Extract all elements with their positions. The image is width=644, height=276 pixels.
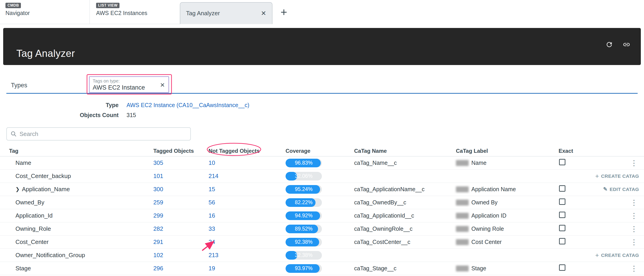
tagged-objects-cell: 291 xyxy=(153,238,208,245)
row-menu-icon[interactable]: ⋮ xyxy=(629,198,639,207)
not-tagged-objects-cell: 15 xyxy=(208,186,286,193)
tag-name: Owning_Role xyxy=(16,225,51,232)
coverage-cell: 93.97% xyxy=(286,264,354,273)
coverage-cell: 94.92% xyxy=(286,211,354,220)
tagged-objects-link[interactable]: 282 xyxy=(153,225,163,232)
close-icon[interactable]: ✕ xyxy=(160,82,165,89)
objects-count-label: Objects Count xyxy=(46,112,118,118)
tab-label: Navigator xyxy=(6,10,90,16)
tab-cmdb-navigator[interactable]: CMDB Navigator xyxy=(0,0,90,24)
tagged-objects-link[interactable]: 291 xyxy=(153,238,163,245)
edit-catag-button[interactable]: ✎ EDIT CATAG xyxy=(603,186,639,192)
exact-checkbox[interactable] xyxy=(559,212,566,218)
refresh-icon xyxy=(606,41,613,49)
exact-cell xyxy=(558,212,593,220)
tag-name: Owner_Notification_Group xyxy=(16,252,85,259)
tagged-objects-link[interactable]: 296 xyxy=(153,265,163,272)
column-header-exact: Exact xyxy=(558,148,593,154)
not-tagged-objects-link[interactable]: 24 xyxy=(208,238,215,245)
column-header-catag-name: CaTag Name xyxy=(354,148,456,154)
link-button[interactable] xyxy=(620,38,633,51)
tab-aws-ec2-instances[interactable]: LIST VIEW AWS EC2 Instances xyxy=(90,0,180,24)
close-icon[interactable]: ✕ xyxy=(261,10,266,17)
tagged-objects-link[interactable]: 102 xyxy=(153,252,163,258)
exact-checkbox[interactable] xyxy=(559,225,566,231)
type-value-link[interactable]: AWS EC2 Instance (CA10__CaAwsInstance__c… xyxy=(126,102,250,108)
active-tab-underline xyxy=(6,93,638,94)
row-menu-icon[interactable]: ⋮ xyxy=(629,238,639,246)
coverage-cell: 96.83% xyxy=(286,159,354,167)
link-icon xyxy=(623,41,630,49)
table-row: Owned_By 259 56 82.22% caTag_OwnedBy__c … xyxy=(0,196,644,209)
row-menu-icon[interactable]: ⋮ xyxy=(629,211,639,220)
coverage-bar: 92.38% xyxy=(286,238,322,246)
tag-name: Cost_Center_backup xyxy=(16,173,71,180)
redacted-text-block xyxy=(456,160,469,166)
row-actions-cell: + CREATE CATAG xyxy=(593,252,639,259)
expand-chevron-icon[interactable]: ❯ xyxy=(16,186,20,192)
not-tagged-objects-link[interactable]: 213 xyxy=(208,252,218,258)
catag-label-cell: Application Name xyxy=(456,186,558,193)
create-catag-label: CREATE CATAG xyxy=(601,252,639,258)
tagged-objects-link[interactable]: 300 xyxy=(153,186,163,193)
not-tagged-objects-link[interactable]: 19 xyxy=(208,265,215,272)
row-menu-icon[interactable]: ⋮ xyxy=(629,159,639,167)
coverage-bar: 82.22% xyxy=(286,198,322,207)
tab-label: Tag Analyzer xyxy=(186,10,220,17)
tagged-objects-link[interactable]: 259 xyxy=(153,199,163,206)
not-tagged-objects-link[interactable]: 214 xyxy=(208,173,218,179)
tagged-objects-link[interactable]: 101 xyxy=(153,173,163,179)
row-menu-icon[interactable]: ⋮ xyxy=(629,225,639,233)
exact-checkbox[interactable] xyxy=(559,198,566,205)
create-catag-label: CREATE CATAG xyxy=(601,173,639,179)
tag-name: Owned_By xyxy=(16,199,44,206)
not-tagged-objects-link[interactable]: 56 xyxy=(208,199,215,206)
tagged-objects-cell: 296 xyxy=(153,265,208,272)
create-catag-button[interactable]: + CREATE CATAG xyxy=(595,173,639,180)
tab-types[interactable]: Types xyxy=(11,82,27,89)
exact-checkbox[interactable] xyxy=(559,185,566,192)
tab-tag-analyzer[interactable]: Tag Analyzer ✕ xyxy=(180,2,272,24)
redacted-text-block xyxy=(456,239,469,245)
not-tagged-objects-link[interactable]: 16 xyxy=(208,212,215,219)
not-tagged-objects-cell: 24 xyxy=(208,238,286,245)
refresh-button[interactable] xyxy=(603,38,616,51)
coverage-value: 93.97% xyxy=(286,264,322,273)
catag-label-cell: Owning Role xyxy=(456,225,558,232)
redacted-text-block xyxy=(456,186,469,192)
row-actions-cell: ⋮ xyxy=(593,198,639,207)
row-actions-cell: ✎ EDIT CATAG xyxy=(593,186,639,192)
tagged-objects-link[interactable]: 305 xyxy=(153,159,163,166)
table-row: ❯ Application_Name 300 15 95.24% caTag_A… xyxy=(0,183,644,196)
row-menu-icon[interactable]: ⋮ xyxy=(629,264,639,273)
table-row: Application_Id 299 16 94.92% caTag_Appli… xyxy=(0,209,644,222)
not-tagged-objects-link[interactable]: 33 xyxy=(208,225,215,232)
tag-name-cell: Stage xyxy=(9,265,153,272)
exact-checkbox[interactable] xyxy=(559,264,566,271)
column-header-coverage: Coverage xyxy=(286,148,354,154)
table-header-row: Tag Tagged Objects Not Tagged Objects Co… xyxy=(0,145,644,156)
not-tagged-objects-link[interactable]: 10 xyxy=(208,159,215,166)
tagged-objects-link[interactable]: 299 xyxy=(153,212,163,219)
exact-checkbox[interactable] xyxy=(559,238,566,244)
tag-name-cell: Owner_Notification_Group xyxy=(9,252,153,259)
coverage-value: 32.38% xyxy=(286,251,322,260)
create-catag-button[interactable]: + CREATE CATAG xyxy=(595,252,639,259)
row-actions-cell: ⋮ xyxy=(593,211,639,220)
new-tab-button[interactable]: + xyxy=(280,0,287,24)
column-header-tag: Tag xyxy=(9,148,153,154)
tagged-objects-cell: 102 xyxy=(153,252,208,259)
tagged-objects-cell: 305 xyxy=(153,159,208,166)
not-tagged-objects-link[interactable]: 15 xyxy=(208,186,215,193)
exact-checkbox[interactable] xyxy=(559,159,566,165)
search-icon xyxy=(10,131,17,137)
search-input[interactable] xyxy=(20,131,187,138)
redacted-text-block xyxy=(456,213,469,219)
page: CMDB Navigator LIST VIEW AWS EC2 Instanc… xyxy=(0,0,644,276)
pencil-icon: ✎ xyxy=(603,186,608,192)
row-actions-cell: ⋮ xyxy=(593,264,639,273)
tag-name-cell: Owned_By xyxy=(9,199,153,206)
header-actions xyxy=(603,38,633,51)
catag-name: caTag_CostCenter__c xyxy=(354,239,456,245)
coverage-bar: 93.97% xyxy=(286,264,322,273)
